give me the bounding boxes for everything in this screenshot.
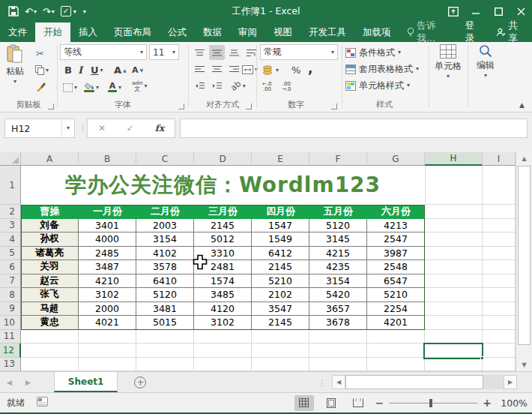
accounting-format-button[interactable]: ▾ xyxy=(262,62,279,78)
header-cell-2[interactable]: 二月份 xyxy=(136,205,194,219)
cell-D3[interactable]: 2145 xyxy=(194,219,252,233)
customize-qat-icon[interactable]: ▾ xyxy=(80,3,88,20)
copy-button[interactable]: ▾ xyxy=(35,62,49,78)
format-painter-button[interactable] xyxy=(36,79,46,94)
ribbon-tab-6[interactable]: 审阅 xyxy=(230,22,265,42)
scroll-down-icon[interactable]: ▼ xyxy=(516,358,532,371)
cell-G9[interactable]: 2254 xyxy=(367,302,425,316)
horizontal-scroll-thumb[interactable] xyxy=(345,375,483,389)
cell-r9-8[interactable] xyxy=(483,302,516,316)
cell-E4[interactable]: 1549 xyxy=(252,232,309,247)
zoom-in-icon[interactable]: + xyxy=(483,397,492,409)
cell-r6-8[interactable] xyxy=(483,260,516,274)
cell-r11-6[interactable] xyxy=(367,330,425,344)
cell-r3-8[interactable] xyxy=(483,219,516,233)
cell-r13-0[interactable] xyxy=(21,358,79,372)
cell-E8[interactable]: 2102 xyxy=(252,288,309,302)
row-header-4[interactable]: 4 xyxy=(0,232,21,247)
row-header-9[interactable]: 9 xyxy=(0,302,21,316)
cell-r11-3[interactable] xyxy=(194,330,252,344)
cell-G8[interactable]: 5210 xyxy=(367,288,425,302)
paste-button[interactable]: 粘贴▾ xyxy=(6,44,24,84)
cell-r11-8[interactable] xyxy=(483,330,516,344)
ribbon-tab-4[interactable]: 公式 xyxy=(160,22,195,42)
fill-handle[interactable] xyxy=(480,356,484,360)
cell-r13-2[interactable] xyxy=(136,358,194,372)
cell-D9[interactable]: 4120 xyxy=(194,302,252,316)
cell-r12-0[interactable] xyxy=(21,344,79,358)
cell-G4[interactable]: 2547 xyxy=(367,232,425,247)
column-header-E[interactable]: E xyxy=(252,152,309,166)
cell-r12-1[interactable] xyxy=(79,344,136,358)
cell-F5[interactable]: 4215 xyxy=(309,247,367,261)
row-header-10[interactable]: 10 xyxy=(0,316,21,330)
cell-B7[interactable]: 4210 xyxy=(79,274,136,289)
formula-input[interactable] xyxy=(180,118,528,138)
alignment-dialog-launcher[interactable] xyxy=(246,104,252,110)
cell-A8[interactable]: 张飞 xyxy=(21,288,79,302)
cell-D4[interactable]: 5012 xyxy=(194,232,252,247)
column-header-H[interactable]: H xyxy=(425,152,483,166)
cell-r12-6[interactable] xyxy=(367,344,425,358)
tell-me-box[interactable]: 告诉我... xyxy=(399,20,459,45)
cell-r3-7[interactable] xyxy=(425,219,483,233)
top-align-button[interactable] xyxy=(192,45,208,60)
bold-button[interactable]: B xyxy=(64,62,72,78)
cell-r5-8[interactable] xyxy=(483,247,516,261)
cell-A7[interactable]: 赵云 xyxy=(21,274,79,289)
cell-B3[interactable]: 3401 xyxy=(79,219,136,233)
insert-function-icon[interactable]: fx xyxy=(155,123,164,134)
row-header-5[interactable]: 5 xyxy=(0,247,21,261)
row-header-6[interactable]: 6 xyxy=(0,260,21,274)
cell-r12-8[interactable] xyxy=(483,344,516,358)
italic-button[interactable]: I xyxy=(78,62,82,78)
cell-r9-7[interactable] xyxy=(425,302,483,316)
cell-r12-3[interactable] xyxy=(194,344,252,358)
cell-E7[interactable]: 5210 xyxy=(252,274,309,289)
header-cell-6[interactable]: 六月份 xyxy=(367,205,425,219)
cell-A3[interactable]: 刘备 xyxy=(21,219,79,233)
percent-style-button[interactable]: % xyxy=(291,62,300,78)
horizontal-scroll-track[interactable] xyxy=(483,375,504,389)
cell-A6[interactable]: 关羽 xyxy=(21,260,79,274)
cell-F8[interactable]: 5420 xyxy=(309,288,367,302)
sheet-nav-right-icon[interactable]: ▶ xyxy=(19,372,37,392)
phonetic-guide-button[interactable]: wén文 ▾ xyxy=(132,78,147,94)
cell-r13-3[interactable] xyxy=(194,358,252,372)
cell-r11-5[interactable] xyxy=(309,330,367,344)
cell-H1[interactable] xyxy=(425,166,483,205)
sheet-nav-left-icon[interactable]: ◀ xyxy=(0,372,19,392)
name-box[interactable]: H12▾ xyxy=(4,118,75,138)
align-left-button[interactable] xyxy=(192,62,208,76)
cell-E5[interactable]: 6412 xyxy=(252,247,309,261)
vertical-scrollbar[interactable]: ▲ ▼ xyxy=(516,152,532,371)
selected-cell-H12[interactable] xyxy=(423,343,483,359)
orientation-button[interactable]: ab▾ xyxy=(231,78,246,94)
column-header-B[interactable]: B xyxy=(79,152,136,166)
column-header-G[interactable]: G xyxy=(367,152,425,166)
cell-F10[interactable]: 3678 xyxy=(309,316,367,330)
cell-A9[interactable]: 马超 xyxy=(21,302,79,316)
cell-D10[interactable]: 3102 xyxy=(194,316,252,330)
ribbon-tab-8[interactable]: 开发工具 xyxy=(300,22,354,42)
cell-D5[interactable]: 3310 xyxy=(194,247,252,261)
increase-decimal-button[interactable]: ←.0.00 xyxy=(262,79,272,94)
cells-button[interactable]: 单元格▾ xyxy=(433,44,463,79)
cell-E6[interactable]: 2145 xyxy=(252,260,309,274)
scroll-left-icon[interactable]: ◀ xyxy=(332,375,345,389)
cell-C9[interactable]: 3481 xyxy=(136,302,194,316)
enter-icon[interactable]: ✓ xyxy=(127,123,134,134)
banner-cell[interactable]: 学办公关注微信：Wordlm123 xyxy=(21,166,425,205)
cell-C4[interactable]: 3154 xyxy=(136,232,194,247)
cell-r13-7[interactable] xyxy=(425,358,483,372)
cell-C10[interactable]: 5015 xyxy=(136,316,194,330)
cell-C7[interactable]: 6410 xyxy=(136,274,194,289)
undo-button[interactable]: ↶▾ xyxy=(22,3,39,20)
cell-F7[interactable]: 3154 xyxy=(309,274,367,289)
cell-C3[interactable]: 2003 xyxy=(136,219,194,233)
ribbon-tab-0[interactable]: 文件 xyxy=(0,22,35,42)
checkbox-command-icon[interactable]: ✓▾ xyxy=(58,3,79,20)
horizontal-scrollbar[interactable]: ◀ ▶ xyxy=(332,375,517,389)
cell-B10[interactable]: 4021 xyxy=(79,316,136,330)
cell-F9[interactable]: 3657 xyxy=(309,302,367,316)
